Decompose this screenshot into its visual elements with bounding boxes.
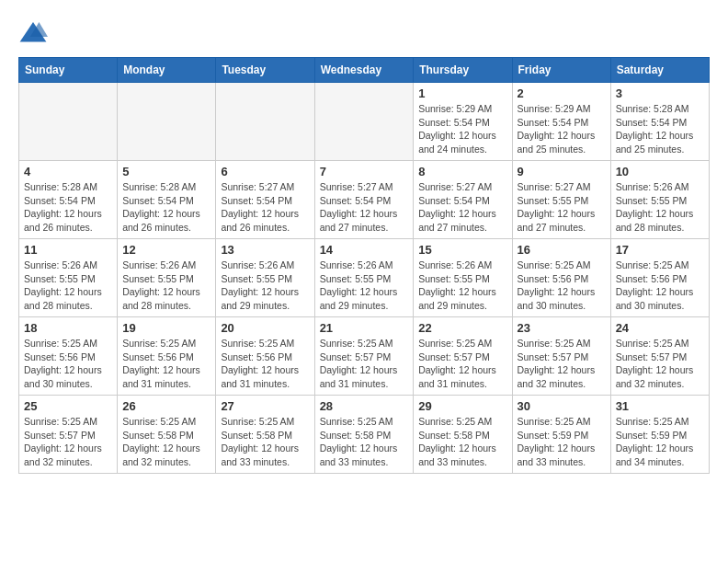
- day-info: Sunrise: 5:27 AM Sunset: 5:54 PM Dayligh…: [418, 180, 506, 235]
- calendar-cell: 8Sunrise: 5:27 AM Sunset: 5:54 PM Daylig…: [414, 161, 512, 239]
- day-number: 13: [221, 243, 309, 257]
- calendar-cell: 10Sunrise: 5:26 AM Sunset: 5:55 PM Dayli…: [610, 161, 709, 239]
- day-info: Sunrise: 5:27 AM Sunset: 5:55 PM Dayligh…: [518, 180, 606, 235]
- day-info: Sunrise: 5:27 AM Sunset: 5:54 PM Dayligh…: [221, 180, 309, 235]
- week-row-3: 11Sunrise: 5:26 AM Sunset: 5:55 PM Dayli…: [19, 239, 710, 317]
- week-row-2: 4Sunrise: 5:28 AM Sunset: 5:54 PM Daylig…: [19, 161, 710, 239]
- calendar-cell: 7Sunrise: 5:27 AM Sunset: 5:54 PM Daylig…: [314, 161, 414, 239]
- header-cell-friday: Friday: [512, 58, 610, 83]
- logo-icon: [18, 18, 48, 48]
- day-info: Sunrise: 5:25 AM Sunset: 5:57 PM Dayligh…: [320, 337, 409, 391]
- day-info: Sunrise: 5:25 AM Sunset: 5:58 PM Dayligh…: [122, 415, 210, 469]
- day-number: 25: [24, 399, 112, 413]
- day-info: Sunrise: 5:25 AM Sunset: 5:56 PM Dayligh…: [122, 337, 210, 391]
- day-number: 4: [24, 165, 112, 178]
- day-number: 3: [616, 86, 704, 100]
- header-cell-thursday: Thursday: [414, 58, 512, 83]
- day-number: 5: [122, 165, 210, 178]
- day-number: 30: [518, 399, 606, 413]
- calendar-cell: 24Sunrise: 5:25 AM Sunset: 5:57 PM Dayli…: [610, 317, 709, 396]
- day-info: Sunrise: 5:25 AM Sunset: 5:59 PM Dayligh…: [616, 415, 704, 469]
- calendar-cell: 12Sunrise: 5:26 AM Sunset: 5:55 PM Dayli…: [118, 239, 216, 317]
- day-info: Sunrise: 5:25 AM Sunset: 5:58 PM Dayligh…: [418, 415, 506, 469]
- day-number: 7: [320, 165, 409, 178]
- calendar-cell: 30Sunrise: 5:25 AM Sunset: 5:59 PM Dayli…: [512, 396, 610, 474]
- day-number: 2: [518, 86, 606, 100]
- calendar-cell: 15Sunrise: 5:26 AM Sunset: 5:55 PM Dayli…: [414, 239, 512, 317]
- day-number: 9: [518, 165, 606, 178]
- day-info: Sunrise: 5:26 AM Sunset: 5:55 PM Dayligh…: [320, 259, 409, 313]
- calendar-cell: 5Sunrise: 5:28 AM Sunset: 5:54 PM Daylig…: [118, 161, 216, 239]
- day-number: 17: [616, 243, 704, 257]
- calendar-cell: [19, 83, 118, 161]
- calendar-cell: 14Sunrise: 5:26 AM Sunset: 5:55 PM Dayli…: [314, 239, 414, 317]
- header-row: SundayMondayTuesdayWednesdayThursdayFrid…: [19, 58, 710, 83]
- calendar-cell: 31Sunrise: 5:25 AM Sunset: 5:59 PM Dayli…: [610, 396, 709, 474]
- day-number: 8: [418, 165, 506, 178]
- day-number: 22: [418, 321, 506, 335]
- day-number: 18: [24, 321, 112, 335]
- page-header: [18, 18, 710, 48]
- calendar-cell: 21Sunrise: 5:25 AM Sunset: 5:57 PM Dayli…: [314, 317, 414, 396]
- calendar-cell: 2Sunrise: 5:29 AM Sunset: 5:54 PM Daylig…: [512, 83, 610, 161]
- week-row-4: 18Sunrise: 5:25 AM Sunset: 5:56 PM Dayli…: [19, 317, 710, 396]
- day-number: 31: [616, 399, 704, 413]
- day-number: 6: [221, 165, 309, 178]
- day-info: Sunrise: 5:26 AM Sunset: 5:55 PM Dayligh…: [122, 259, 210, 313]
- header-cell-monday: Monday: [118, 58, 216, 83]
- day-info: Sunrise: 5:25 AM Sunset: 5:56 PM Dayligh…: [221, 337, 309, 391]
- day-number: 14: [320, 243, 409, 257]
- day-number: 10: [616, 165, 704, 178]
- day-info: Sunrise: 5:25 AM Sunset: 5:56 PM Dayligh…: [616, 259, 704, 313]
- day-info: Sunrise: 5:25 AM Sunset: 5:56 PM Dayligh…: [518, 259, 606, 313]
- calendar-cell: 11Sunrise: 5:26 AM Sunset: 5:55 PM Dayli…: [19, 239, 118, 317]
- calendar-cell: 6Sunrise: 5:27 AM Sunset: 5:54 PM Daylig…: [216, 161, 314, 239]
- day-info: Sunrise: 5:25 AM Sunset: 5:58 PM Dayligh…: [221, 415, 309, 469]
- calendar-cell: 22Sunrise: 5:25 AM Sunset: 5:57 PM Dayli…: [414, 317, 512, 396]
- day-number: 21: [320, 321, 409, 335]
- calendar-cell: 13Sunrise: 5:26 AM Sunset: 5:55 PM Dayli…: [216, 239, 314, 317]
- calendar-cell: 19Sunrise: 5:25 AM Sunset: 5:56 PM Dayli…: [118, 317, 216, 396]
- day-info: Sunrise: 5:25 AM Sunset: 5:58 PM Dayligh…: [320, 415, 409, 469]
- calendar-cell: 26Sunrise: 5:25 AM Sunset: 5:58 PM Dayli…: [118, 396, 216, 474]
- day-info: Sunrise: 5:27 AM Sunset: 5:54 PM Dayligh…: [320, 180, 409, 235]
- day-info: Sunrise: 5:28 AM Sunset: 5:54 PM Dayligh…: [24, 180, 112, 235]
- calendar-cell: [314, 83, 414, 161]
- day-info: Sunrise: 5:25 AM Sunset: 5:57 PM Dayligh…: [418, 337, 506, 391]
- calendar-cell: 23Sunrise: 5:25 AM Sunset: 5:57 PM Dayli…: [512, 317, 610, 396]
- day-number: 11: [24, 243, 112, 257]
- calendar-cell: [118, 83, 216, 161]
- calendar-cell: 9Sunrise: 5:27 AM Sunset: 5:55 PM Daylig…: [512, 161, 610, 239]
- calendar-cell: 25Sunrise: 5:25 AM Sunset: 5:57 PM Dayli…: [19, 396, 118, 474]
- day-info: Sunrise: 5:25 AM Sunset: 5:59 PM Dayligh…: [518, 415, 606, 469]
- day-number: 16: [518, 243, 606, 257]
- day-info: Sunrise: 5:29 AM Sunset: 5:54 PM Dayligh…: [418, 102, 506, 156]
- calendar-cell: 20Sunrise: 5:25 AM Sunset: 5:56 PM Dayli…: [216, 317, 314, 396]
- week-row-1: 1Sunrise: 5:29 AM Sunset: 5:54 PM Daylig…: [19, 83, 710, 161]
- day-info: Sunrise: 5:26 AM Sunset: 5:55 PM Dayligh…: [24, 259, 112, 313]
- header-cell-saturday: Saturday: [610, 58, 709, 83]
- day-info: Sunrise: 5:26 AM Sunset: 5:55 PM Dayligh…: [221, 259, 309, 313]
- header-cell-sunday: Sunday: [19, 58, 118, 83]
- calendar-cell: 16Sunrise: 5:25 AM Sunset: 5:56 PM Dayli…: [512, 239, 610, 317]
- logo: [18, 18, 51, 48]
- calendar-body: 1Sunrise: 5:29 AM Sunset: 5:54 PM Daylig…: [19, 83, 710, 474]
- day-info: Sunrise: 5:26 AM Sunset: 5:55 PM Dayligh…: [418, 259, 506, 313]
- day-info: Sunrise: 5:28 AM Sunset: 5:54 PM Dayligh…: [122, 180, 210, 235]
- day-info: Sunrise: 5:25 AM Sunset: 5:57 PM Dayligh…: [518, 337, 606, 391]
- day-number: 15: [418, 243, 506, 257]
- day-number: 12: [122, 243, 210, 257]
- day-number: 28: [320, 399, 409, 413]
- calendar-cell: 4Sunrise: 5:28 AM Sunset: 5:54 PM Daylig…: [19, 161, 118, 239]
- day-info: Sunrise: 5:25 AM Sunset: 5:57 PM Dayligh…: [24, 415, 112, 469]
- day-number: 1: [418, 86, 506, 100]
- day-info: Sunrise: 5:26 AM Sunset: 5:55 PM Dayligh…: [616, 180, 704, 235]
- calendar-cell: 1Sunrise: 5:29 AM Sunset: 5:54 PM Daylig…: [414, 83, 512, 161]
- calendar-cell: 18Sunrise: 5:25 AM Sunset: 5:56 PM Dayli…: [19, 317, 118, 396]
- day-info: Sunrise: 5:28 AM Sunset: 5:54 PM Dayligh…: [616, 102, 704, 156]
- header-cell-tuesday: Tuesday: [216, 58, 314, 83]
- day-number: 27: [221, 399, 309, 413]
- day-number: 24: [616, 321, 704, 335]
- calendar-table: SundayMondayTuesdayWednesdayThursdayFrid…: [18, 57, 710, 474]
- day-number: 19: [122, 321, 210, 335]
